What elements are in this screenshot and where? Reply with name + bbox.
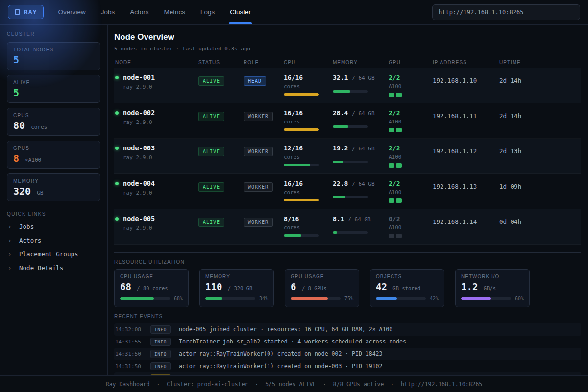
stat-card: ALIVE 5 [7, 75, 100, 103]
table-row[interactable]: node-001 ray 2.9.0 ALIVE HEAD 16/16 core… [114, 68, 581, 103]
stat-label: GPUS [13, 146, 94, 151]
nav-item[interactable]: Metrics [163, 0, 187, 24]
main-panel: Node Overview 5 nodes in cluster · last … [108, 24, 588, 375]
cpu-usage-bar [284, 199, 319, 201]
utilization-cards: CPU USAGE 68 / 80 cores 68% MEMORY [114, 269, 581, 307]
gpu-model: A100 [389, 154, 433, 160]
node-version: ray 2.9.0 [123, 225, 155, 231]
stat-card: MEMORY 320 GB [7, 173, 100, 201]
utilization-label: MEMORY [205, 274, 268, 279]
cpu-usage-bar [284, 128, 319, 131]
gpu-square [396, 234, 402, 238]
nav-item-label: Metrics [164, 8, 186, 16]
gpu-square [396, 128, 402, 132]
event-message: TorchTrainer job sr_a1b2 started · 4 wor… [179, 338, 580, 345]
cpu-usage-bar-fill [284, 93, 319, 96]
memory-usage-bar [333, 196, 368, 198]
nav-item-label: Cluster [230, 8, 251, 16]
cpu-value: 16/16 [284, 109, 333, 117]
node-version: ray 2.9.0 [123, 119, 155, 125]
event-row: 14:31:50 INFO actor ray::RayTrainWorker(… [114, 348, 581, 360]
gpu-square [389, 128, 394, 132]
memory-usage-bar-fill [333, 161, 343, 163]
stat-label: TOTAL NODES [13, 47, 94, 52]
nav-item[interactable]: Overview [57, 0, 86, 24]
utilization-percent: 60% [515, 296, 524, 301]
ray-logo-button[interactable]: RAY [8, 5, 44, 19]
memory-total: / 64 GB [352, 110, 374, 117]
cpu-usage-bar [284, 164, 319, 166]
gpu-model: A100 [389, 189, 433, 196]
node-name: node-002 [123, 109, 155, 117]
gpu-square [389, 93, 394, 97]
utilization-bar [120, 297, 170, 300]
table-row[interactable]: node-003 ray 2.9.0 ALIVE WORKER 12/16 co… [114, 139, 581, 174]
utilization-bar [461, 297, 511, 300]
event-row: 14:28:11 WARN node-005 object store at 7… [114, 372, 581, 375]
utilization-label: NETWORK I/O [461, 274, 524, 279]
utilization-label: CPU USAGE [120, 274, 183, 279]
stat-card: CPUS 80 cores [7, 108, 100, 136]
stat-value: 8 ×A100 [13, 153, 94, 164]
nav-item[interactable]: Logs [199, 0, 216, 24]
node-cell: node-004 ray 2.9.0 [115, 179, 198, 203]
ip-address: 192.168.1.12 [433, 147, 499, 168]
stat-value: 320 GB [13, 186, 94, 196]
event-level-badge: INFO [150, 362, 171, 370]
table-header: NODE STATUS ROLE CPU MEMORY GPU IP ADDRE… [114, 57, 581, 68]
quick-link-label: Node Details [19, 264, 63, 271]
role-badge: WORKER [244, 182, 273, 192]
role-badge: WORKER [244, 218, 273, 227]
gpu-count: 0/2 [389, 215, 433, 222]
nav-item[interactable]: Actors [129, 0, 149, 24]
stat-unit: ×A100 [25, 157, 41, 163]
utilization-bar-fill [376, 297, 397, 300]
utilization-unit: / 320 GB [228, 285, 253, 291]
page-subtitle: 5 nodes in cluster · last updated 0.3s a… [114, 46, 581, 52]
cpu-unit: cores [284, 189, 333, 196]
quick-link[interactable]: › Actors [8, 237, 99, 244]
memory-value: 19.2 / 64 GB [333, 145, 389, 152]
status-badge: ALIVE [198, 76, 224, 86]
utilization-bar-fill [291, 297, 328, 300]
nav-item[interactable]: Jobs [100, 0, 116, 24]
nav-item-label: Logs [200, 8, 215, 16]
quick-link[interactable]: › Node Details [8, 264, 99, 271]
top-navbar: RAY Overview Jobs Actors Metrics Logs Cl… [0, 0, 588, 24]
events-section-title: RECENT EVENTS [114, 314, 581, 319]
address-input[interactable] [432, 4, 580, 20]
column-header: GPU [389, 60, 433, 65]
stat-number: 8 [13, 152, 19, 164]
column-header: NODE [115, 60, 198, 65]
memory-usage-bar-fill [333, 196, 345, 198]
table-row[interactable]: node-005 ray 2.9.0 ALIVE WORKER 8/16 cor… [114, 209, 581, 245]
stat-value: 5 [13, 54, 94, 65]
node-name: node-004 [123, 179, 155, 187]
node-version: ray 2.9.0 [123, 154, 155, 161]
gpu-count: 2/2 [389, 145, 433, 152]
cpu-value: 12/16 [284, 145, 333, 152]
utilization-unit: / 80 cores [137, 285, 168, 291]
cpu-unit: cores [284, 224, 333, 231]
utilization-percent: 68% [174, 296, 183, 301]
gpu-count: 2/2 [389, 74, 433, 81]
node-status-dot [115, 76, 119, 79]
table-row[interactable]: node-002 ray 2.9.0 ALIVE WORKER 16/16 co… [114, 103, 581, 139]
event-level-badge: INFO [150, 325, 171, 334]
stat-card: GPUS 8 ×A100 [7, 141, 100, 169]
gpu-model: A100 [389, 83, 433, 90]
memory-usage-bar [333, 231, 368, 234]
event-time: 14:31:55 [115, 339, 150, 345]
gpu-count: 2/2 [389, 180, 433, 187]
chevron-right-icon: › [8, 237, 12, 244]
event-message: actor ray::RayTrainWorker(0) created on … [179, 350, 580, 357]
gpu-model: A100 [389, 224, 433, 231]
table-row[interactable]: node-004 ray 2.9.0 ALIVE WORKER 16/16 co… [114, 174, 581, 209]
quick-link[interactable]: › Jobs [8, 223, 99, 230]
nav-item-label: Jobs [101, 8, 115, 16]
event-time: 14:32:08 [115, 326, 150, 333]
quick-link[interactable]: › Placement Groups [8, 250, 99, 258]
utilization-unit: GB stored [392, 285, 420, 291]
nav-item[interactable]: Cluster [229, 0, 252, 24]
stat-unit: GB [37, 190, 43, 196]
